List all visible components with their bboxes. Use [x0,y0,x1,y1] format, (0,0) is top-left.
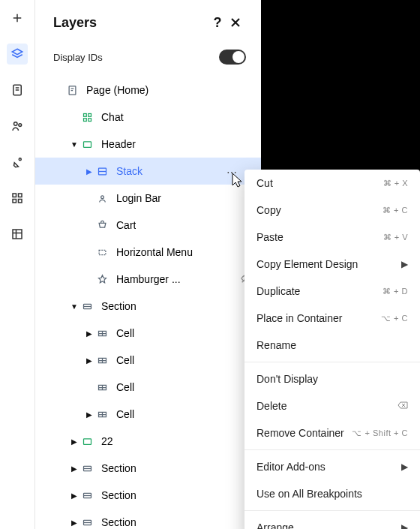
caret-icon[interactable]: ▼ [68,140,80,149]
tool-users[interactable] [7,116,28,137]
menu-item[interactable]: Duplicate⌘ + D [244,278,420,305]
tree-row[interactable]: ▼Header [35,131,261,158]
help-icon[interactable]: ? [208,14,226,32]
tool-add[interactable] [7,8,28,29]
caret-icon[interactable]: ▶ [83,356,95,365]
menu-item[interactable]: Copy⌘ + C [244,197,420,224]
grid4-icon [80,110,94,124]
tree-row-label: Section [101,516,136,528]
container-icon [80,434,94,448]
menu-item[interactable]: Remove Container⌥ + Shift + C [244,419,420,446]
display-ids-label: Display IDs [53,52,219,63]
panel-title: Layers [53,15,208,31]
menu-item-label: Copy Element Design [256,258,358,270]
tree-row-label: Section [101,300,136,312]
tree-row-label: Horizontal Menu [116,246,193,258]
menu-item[interactable]: Use on All Breakpoints [244,480,420,507]
cell-icon [95,380,109,394]
avatar-icon [95,191,109,205]
dashed-icon [95,245,109,259]
menu-shortcut: ⌥ + Shift + C [352,428,408,438]
layers-tree: Page (Home)Chat▼Header▶StackLogin BarCar… [35,77,261,529]
svg-rect-7 [19,200,22,203]
tree-row[interactable]: Chat [35,104,261,131]
caret-icon[interactable]: ▶ [83,329,95,338]
tree-row[interactable]: Login Bar [35,185,261,212]
menu-item[interactable]: Rename [244,332,420,359]
tree-row[interactable]: Cart [35,212,261,239]
tool-theme[interactable] [7,152,28,173]
tree-row[interactable]: ▶Cell [35,401,261,428]
menu-item[interactable]: Delete [244,392,420,419]
chevron-right-icon: ▶ [401,522,408,529]
menu-item[interactable]: Arrange▶ [244,514,420,529]
svg-rect-17 [99,250,106,254]
tree-row-label: Stack [116,165,142,177]
menu-item-label: Don't Display [256,373,318,385]
menu-shortcut: ⌘ + D [382,287,408,296]
svg-rect-8 [13,230,22,239]
tree-row[interactable]: Hamburger ... [35,266,261,293]
cart-icon [95,218,109,232]
menu-item[interactable]: Cut⌘ + X [244,170,420,197]
tool-apps[interactable] [7,188,28,209]
svg-point-2 [19,124,22,127]
tree-row[interactable]: ▶Section [35,509,261,529]
menu-item-label: Copy [256,204,281,216]
section-icon [80,515,94,529]
context-menu: Cut⌘ + XCopy⌘ + CPaste⌘ + VCopy Element … [244,170,420,529]
tool-pages[interactable] [7,80,28,101]
menu-item-label: Arrange [256,521,294,529]
section-icon [80,488,94,502]
menu-item[interactable]: Don't Display [244,365,420,392]
caret-icon[interactable]: ▶ [68,437,80,446]
menu-item[interactable]: Paste⌘ + V [244,224,420,251]
menu-item[interactable]: Copy Element Design▶ [244,251,420,278]
menu-item-label: Use on All Breakpoints [256,488,362,500]
menu-shortcut: ⌘ + V [383,233,408,242]
tree-row-label: Cell [116,381,134,393]
star-icon [95,272,109,286]
tree-row-label: Cell [116,408,134,420]
menu-shortcut: ⌘ + X [383,179,408,188]
tree-row-label: Chat [101,111,124,123]
tree-row[interactable]: Cell [35,374,261,401]
caret-icon[interactable]: ▼ [68,302,80,311]
tree-row[interactable]: ▼Section [35,293,261,320]
tree-row[interactable]: ▶Cell [35,347,261,374]
tool-layers[interactable] [7,44,28,65]
tree-row[interactable]: Horizontal Menu [35,239,261,266]
tree-row[interactable]: ▶Cell [35,320,261,347]
tree-row[interactable]: ▶Section [35,455,261,482]
tree-row-label: Hamburger ... [116,273,181,285]
caret-icon[interactable]: ▶ [83,410,95,419]
menu-item-label: Rename [256,339,296,351]
chevron-right-icon: ▶ [401,461,408,472]
svg-rect-5 [19,194,22,197]
tree-row[interactable]: Page (Home) [35,77,261,104]
menu-item-label: Duplicate [256,285,300,297]
tree-row[interactable]: ▶22 [35,428,261,455]
caret-icon[interactable]: ▶ [83,167,95,176]
row-actions-icon[interactable]: ⋯ [226,167,238,179]
tree-row[interactable]: ▶Section [35,482,261,509]
cell-icon [95,326,109,340]
svg-rect-13 [88,118,91,121]
svg-point-1 [14,122,18,126]
caret-icon[interactable]: ▶ [68,464,80,473]
menu-item-label: Paste [256,231,284,243]
section-icon [80,299,94,313]
tree-row-label: Cart [116,219,136,231]
close-icon[interactable] [226,14,244,32]
svg-rect-4 [13,194,16,197]
menu-item[interactable]: Place in Container⌥ + C [244,305,420,332]
caret-icon[interactable]: ▶ [68,491,80,500]
svg-rect-24 [83,438,91,444]
tool-cms[interactable] [7,224,28,245]
tree-row-label: Cell [116,327,134,339]
menu-item-label: Remove Container [256,427,344,439]
menu-item-label: Editor Add-ons [256,461,326,473]
menu-item[interactable]: Editor Add-ons▶ [244,453,420,480]
caret-icon[interactable]: ▶ [68,518,80,527]
display-ids-toggle[interactable] [219,50,246,65]
